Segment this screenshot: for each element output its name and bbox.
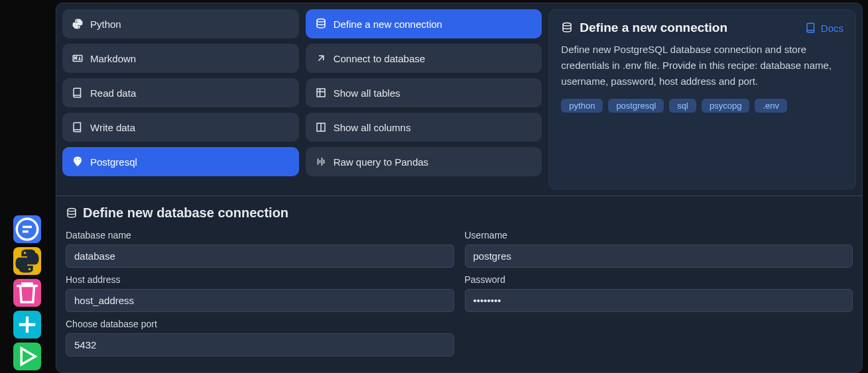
input-password[interactable] — [465, 289, 853, 312]
option-label: Python — [90, 19, 121, 30]
columns-icon — [315, 121, 327, 133]
tags-container: pythonpostgresqlsqlpsycopg.env — [561, 99, 843, 113]
form-area: Define new database connection Database … — [56, 195, 862, 356]
svg-point-5 — [68, 208, 76, 211]
chat-tool[interactable] — [13, 215, 41, 243]
tag-env: .env — [755, 99, 787, 113]
database-icon — [561, 22, 573, 34]
tag-postgresql: postgresql — [608, 99, 664, 113]
label-port: Choose database port — [66, 319, 454, 329]
option-define-a-new-connection[interactable]: Define a new connection — [306, 9, 542, 38]
option-markdown[interactable]: Markdown — [62, 44, 299, 73]
option-label: Write data — [90, 122, 135, 133]
option-label: Show all tables — [334, 87, 401, 99]
recipe-column: Define a new connectionConnect to databa… — [306, 9, 542, 189]
option-label: Read data — [90, 87, 136, 99]
table-icon — [315, 87, 327, 99]
delete-tool[interactable] — [13, 279, 41, 307]
option-label: Markdown — [90, 53, 136, 64]
markdown-icon — [72, 52, 84, 64]
tag-python: python — [561, 99, 603, 113]
left-toolbar — [13, 215, 41, 370]
add-tool[interactable] — [13, 311, 41, 339]
book-icon — [72, 87, 84, 99]
svg-point-4 — [563, 23, 571, 27]
field-database-name: Database name — [66, 230, 454, 268]
docs-label: Docs — [821, 23, 843, 34]
detail-description: Define new PostgreSQL database connectio… — [561, 42, 843, 89]
svg-rect-2 — [317, 89, 325, 97]
main-panel: PythonMarkdownRead dataWrite dataPostgre… — [56, 3, 863, 373]
form-title-text: Define new database connection — [83, 205, 288, 221]
field-port: Choose database port — [66, 319, 454, 356]
option-label: Raw query to Pandas — [334, 156, 428, 168]
database-icon — [66, 207, 78, 219]
option-label: Connect to database — [334, 53, 425, 64]
run-tool[interactable] — [13, 343, 41, 370]
field-password: Password — [465, 274, 853, 312]
option-raw-query-to-pandas[interactable]: Raw query to Pandas — [306, 147, 542, 176]
option-label: Postgresql — [90, 156, 137, 168]
label-password: Password — [465, 274, 853, 285]
input-port[interactable] — [66, 333, 454, 356]
option-show-all-tables[interactable]: Show all tables — [306, 78, 542, 107]
top-area: PythonMarkdownRead dataWrite dataPostgre… — [56, 3, 862, 195]
detail-panel: Define a new connection Docs Define new … — [548, 9, 856, 189]
option-read-data[interactable]: Read data — [62, 78, 299, 107]
option-show-all-columns[interactable]: Show all columns — [306, 113, 542, 142]
label-host: Host address — [66, 274, 454, 285]
option-connect-to-database[interactable]: Connect to database — [306, 44, 542, 73]
database-icon — [315, 18, 327, 30]
query-icon — [315, 156, 327, 168]
option-postgresql[interactable]: Postgresql — [62, 147, 299, 176]
input-host[interactable] — [66, 289, 454, 312]
book-icon — [805, 22, 817, 34]
link-icon — [315, 52, 327, 64]
python-icon — [72, 18, 84, 30]
detail-title-text: Define a new connection — [580, 21, 727, 35]
svg-point-1 — [317, 19, 325, 23]
input-username[interactable] — [465, 244, 853, 268]
label-database-name: Database name — [66, 230, 454, 240]
book-icon — [72, 121, 84, 133]
option-label: Define a new connection — [334, 19, 442, 30]
option-label: Show all columns — [334, 122, 411, 133]
docs-link[interactable]: Docs — [805, 22, 843, 34]
label-username: Username — [465, 230, 853, 240]
postgres-icon — [72, 156, 84, 168]
option-write-data[interactable]: Write data — [62, 113, 299, 142]
field-username: Username — [465, 230, 853, 268]
field-host: Host address — [66, 274, 454, 312]
option-python[interactable]: Python — [62, 9, 299, 38]
category-column: PythonMarkdownRead dataWrite dataPostgre… — [62, 9, 299, 189]
python-tool[interactable] — [13, 247, 41, 275]
input-database-name[interactable] — [66, 244, 454, 268]
tag-psycopg: psycopg — [702, 99, 749, 113]
tag-sql: sql — [669, 99, 696, 113]
